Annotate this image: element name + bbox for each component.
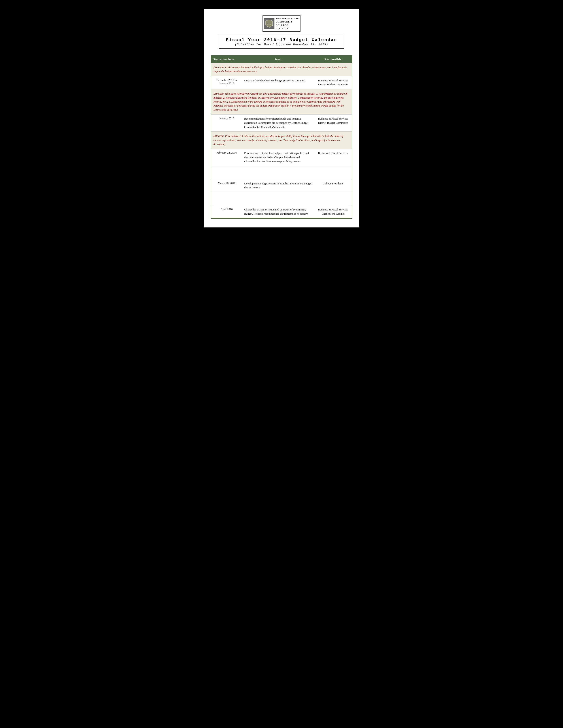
responsible-cell: College Presidents (315, 179, 352, 192)
table-row-empty (211, 192, 352, 205)
item-cell: Prior and current year line budgets, ins… (242, 149, 315, 166)
table-row: February 22, 2016Prior and current year … (211, 149, 352, 166)
note-text: (AP 6200: [By] Each February the Board w… (213, 92, 348, 111)
date-cell: February 22, 2016 (211, 149, 242, 166)
logo-icon: sbccd (264, 18, 274, 29)
date-cell: April 2016 (211, 205, 242, 218)
budget-table: Tentative Date Item Responsible (AP 6200… (211, 55, 352, 219)
page-subtitle: (Submitted for Board Approved November 1… (226, 43, 337, 46)
col-header-item: Item (242, 56, 315, 63)
empty-cell (211, 192, 242, 205)
svg-text:sbccd: sbccd (266, 23, 271, 25)
table-row: March 28, 2016Development Budget reports… (211, 179, 352, 192)
logo-box: sbccd San Bernardino Community College D… (262, 15, 301, 32)
responsible-cell: Business & Fiscal ServicesDistrict Budge… (315, 114, 352, 131)
table-row-empty (211, 166, 352, 179)
note-text: (AP 6200: Prior to March 1 information w… (213, 135, 343, 146)
page-title: Fiscal Year 2016-17 Budget Calendar (226, 38, 337, 42)
table-row: (AP 6200: Prior to March 1 information w… (211, 131, 352, 149)
item-cell: Development Budget reports to establish … (242, 179, 315, 192)
page: sbccd San Bernardino Community College D… (204, 9, 359, 227)
page-header: sbccd San Bernardino Community College D… (211, 15, 352, 49)
responsible-cell: Business & Fiscal ServicesChancellor's C… (315, 205, 352, 218)
item-cell: Chancellor's Cabinet is updated on statu… (242, 205, 315, 218)
empty-cell (315, 192, 352, 205)
item-cell: District office development budget proce… (242, 76, 315, 89)
table-header-row: Tentative Date Item Responsible (211, 56, 352, 63)
note-cell: (AP 6200: [By] Each February the Board w… (211, 89, 352, 114)
sbccd-logo-svg: sbccd (264, 19, 274, 28)
col-header-date: Tentative Date (211, 56, 242, 63)
date-cell: January 2016 (211, 114, 242, 131)
logo-text: San Bernardino Community College Distric… (276, 17, 300, 30)
date-cell: March 28, 2016 (211, 179, 242, 192)
table-row: December 2015 to January 2016District of… (211, 76, 352, 89)
table-row: (AP 6200: Each January the Board will ad… (211, 63, 352, 76)
responsible-cell: Business & Fiscal ServicesDistrict Budge… (315, 76, 352, 89)
note-text: (AP 6200: Each January the Board will ad… (213, 66, 347, 73)
empty-cell (242, 192, 315, 205)
note-cell: (AP 6200: Each January the Board will ad… (211, 63, 352, 76)
col-header-responsible: Responsible (315, 56, 352, 63)
empty-cell (315, 166, 352, 179)
note-cell: (AP 6200: Prior to March 1 information w… (211, 131, 352, 149)
date-cell: December 2015 to January 2016 (211, 76, 242, 89)
empty-cell (211, 166, 242, 179)
empty-cell (242, 166, 315, 179)
table-row: (AP 6200: [By] Each February the Board w… (211, 89, 352, 114)
table-row: January 2016Recommendations for projecte… (211, 114, 352, 131)
table-row: April 2016Chancellor's Cabinet is update… (211, 205, 352, 218)
title-box: Fiscal Year 2016-17 Budget Calendar (Sub… (219, 35, 344, 49)
item-cell: Recommendations for projected funds and … (242, 114, 315, 131)
responsible-cell: Business & Fiscal Services (315, 149, 352, 166)
logo-area: sbccd San Bernardino Community College D… (262, 15, 301, 32)
